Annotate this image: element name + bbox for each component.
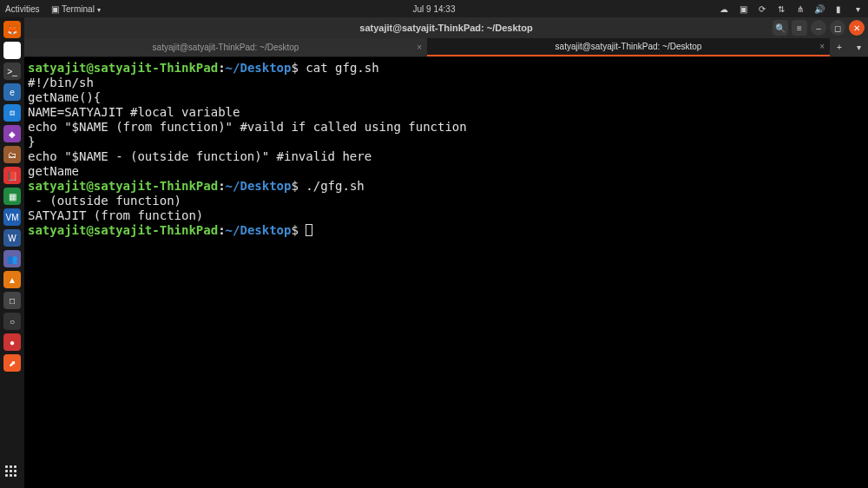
hamburger-button[interactable]: ≡ bbox=[792, 20, 807, 36]
dock-sheets[interactable]: ▦ bbox=[3, 188, 21, 205]
close-button[interactable]: ✕ bbox=[849, 20, 865, 36]
activities-button[interactable]: Activities bbox=[5, 4, 39, 14]
cursor bbox=[306, 224, 312, 236]
show-apps-button[interactable] bbox=[5, 465, 19, 479]
tab-title: satyajit@satyajit-ThinkPad: ~/Desktop bbox=[556, 42, 702, 51]
terminal-tab[interactable]: satyajit@satyajit-ThinkPad: ~/Desktop× bbox=[24, 38, 427, 56]
maximize-icon: ◻ bbox=[834, 23, 841, 33]
dock-files[interactable]: 🗂 bbox=[3, 146, 21, 163]
dock-edge[interactable]: e bbox=[3, 83, 21, 101]
dock-word[interactable]: W bbox=[3, 229, 21, 247]
terminal-content[interactable]: satyajit@satyajit-ThinkPad:~/Desktop$ ca… bbox=[24, 57, 868, 488]
close-icon: ✕ bbox=[853, 23, 860, 33]
sync-icon[interactable]: ⟳ bbox=[757, 3, 767, 14]
dock-firefox[interactable]: 🦊 bbox=[3, 21, 21, 38]
titlebar: satyajit@satyajit-ThinkPad: ~/Desktop 🔍 … bbox=[24, 17, 868, 38]
system-topbar: Activities ▣ Terminal Jul 9 14:33 ☁ ▣ ⟳ … bbox=[0, 0, 868, 17]
dock-postman[interactable]: ⬈ bbox=[3, 354, 21, 372]
dock-app-purple[interactable]: ◆ bbox=[3, 125, 21, 142]
tab-title: satyajit@satyajit-ThinkPad: ~/Desktop bbox=[153, 43, 299, 52]
dock-teams[interactable]: 👥 bbox=[3, 250, 21, 267]
search-icon: 🔍 bbox=[775, 23, 786, 33]
tab-dropdown-button[interactable]: ▾ bbox=[849, 38, 868, 56]
minimize-button[interactable]: – bbox=[811, 20, 826, 36]
tab-close-icon[interactable]: × bbox=[819, 42, 825, 51]
dock-vbox[interactable]: VM bbox=[3, 208, 21, 226]
dock-vscode[interactable]: ⧈ bbox=[3, 104, 21, 122]
cloud-icon[interactable]: ☁ bbox=[719, 3, 729, 14]
search-button[interactable]: 🔍 bbox=[773, 20, 788, 36]
tab-bar: satyajit@satyajit-ThinkPad: ~/Desktop×sa… bbox=[24, 38, 868, 57]
network-icon[interactable]: ⇅ bbox=[776, 3, 786, 14]
new-tab-button[interactable]: + bbox=[830, 38, 849, 56]
terminal-icon: ▣ bbox=[51, 4, 62, 14]
dock-app-dark[interactable]: ○ bbox=[3, 313, 21, 330]
app-menu[interactable]: ▣ Terminal bbox=[51, 4, 100, 14]
minimize-icon: – bbox=[816, 23, 821, 33]
wifi-icon[interactable]: ⋔ bbox=[795, 3, 806, 14]
maximize-button[interactable]: ◻ bbox=[830, 20, 845, 36]
tab-close-icon[interactable]: × bbox=[417, 43, 422, 52]
dock-chrome[interactable]: ◉ bbox=[3, 42, 21, 59]
volume-icon[interactable]: 🔊 bbox=[814, 3, 825, 14]
clock[interactable]: Jul 9 14:33 bbox=[413, 4, 456, 14]
dock-vlc[interactable]: ▲ bbox=[3, 271, 21, 288]
terminal-window: satyajit@satyajit-ThinkPad: ~/Desktop 🔍 … bbox=[24, 17, 868, 488]
battery-icon[interactable]: ▮ bbox=[833, 3, 844, 14]
window-title: satyajit@satyajit-ThinkPad: ~/Desktop bbox=[359, 23, 532, 33]
dock: 🦊◉>_e⧈◆🗂📕▦VMW👥▲□○●⬈ bbox=[0, 17, 24, 488]
hamburger-icon: ≡ bbox=[797, 23, 802, 33]
dock-app-grey[interactable]: □ bbox=[3, 292, 21, 309]
dropbox-icon[interactable]: ▣ bbox=[738, 3, 748, 14]
power-menu-icon[interactable]: ▾ bbox=[852, 3, 863, 14]
dock-terminal[interactable]: >_ bbox=[3, 63, 21, 80]
terminal-tab[interactable]: satyajit@satyajit-ThinkPad: ~/Desktop× bbox=[427, 38, 830, 56]
dock-app-red[interactable]: ● bbox=[3, 333, 21, 351]
dock-pdf[interactable]: 📕 bbox=[3, 167, 21, 184]
